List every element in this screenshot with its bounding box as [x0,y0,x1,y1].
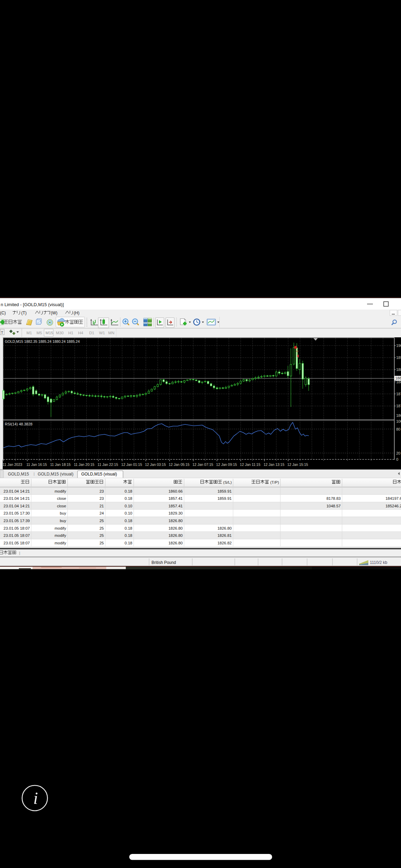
svg-text:0.18: 0.18 [125,541,132,545]
svg-text:23: 23 [99,496,104,501]
svg-text:11 Jan 22:15: 11 Jan 22:15 [98,462,118,467]
svg-text:100: 100 [396,419,401,423]
svg-text:0.18: 0.18 [125,533,132,538]
svg-text:25: 25 [99,519,104,523]
svg-text:modify: modify [54,526,66,530]
svg-text:1885: 1885 [395,376,401,380]
svg-text:n Limited - [GOLD,M15 (visual): n Limited - [GOLD,M15 (visual)] [1,302,64,307]
svg-text:M15: M15 [46,331,53,335]
svg-text:12 Jan 15:15: 12 Jan 15:15 [287,462,308,467]
svg-text:M30: M30 [56,331,63,335]
svg-text:1859.91: 1859.91 [217,489,232,493]
svg-text:23.01.05 17:30: 23.01.05 17:30 [3,511,30,515]
svg-text:8178.83: 8178.83 [326,496,341,501]
svg-text:0.18: 0.18 [125,496,132,501]
svg-text:modify: modify [54,541,66,545]
svg-text:23.01.05 17:39: 23.01.05 17:39 [3,519,30,523]
svg-text:23.01.05 18:07: 23.01.05 18:07 [3,541,30,545]
svg-text:23: 23 [99,489,104,493]
svg-text:12 Jan 03:15: 12 Jan 03:15 [145,462,166,467]
svg-text:11 Jan 18:15: 11 Jan 18:15 [50,462,71,467]
svg-text:1857.41: 1857.41 [168,496,183,501]
svg-text:1826.80: 1826.80 [168,541,183,545]
svg-text:(H): (H) [74,311,80,315]
svg-text:12 Jan 05:15: 12 Jan 05:15 [169,462,190,467]
svg-text:MN: MN [108,331,114,335]
svg-text:|: | [34,472,35,476]
svg-text:188: 188 [396,367,401,372]
svg-text:close: close [57,496,66,501]
svg-text:1110/2 kb: 1110/2 kb [370,560,387,565]
svg-text:H1: H1 [68,331,73,335]
svg-text:M1: M1 [26,331,32,335]
svg-text:(W): (W) [51,311,58,315]
svg-text:0: 0 [396,457,398,461]
svg-text:0.18: 0.18 [125,526,132,530]
svg-text:0.18: 0.18 [125,489,132,493]
svg-text:23.01.04 14:21: 23.01.04 14:21 [3,489,30,493]
svg-text:buy: buy [60,519,66,523]
svg-text:1048.57: 1048.57 [326,504,341,508]
svg-text:1857.41: 1857.41 [168,504,183,508]
svg-text:1826.81: 1826.81 [217,533,232,538]
svg-text:0.10: 0.10 [125,511,132,515]
svg-text:W1: W1 [99,331,105,335]
svg-text:0.18: 0.18 [125,519,132,523]
svg-text:(C): (C) [0,311,6,315]
svg-text:close: close [57,504,66,508]
svg-text:12 Jan 01:15: 12 Jan 01:15 [121,462,142,467]
svg-text:M5: M5 [37,331,42,335]
svg-text:187: 187 [396,392,401,396]
svg-text:1826.80: 1826.80 [168,533,183,538]
svg-text:23.01.04 14:21: 23.01.04 14:21 [3,496,30,501]
svg-text:1859.91: 1859.91 [217,496,232,501]
svg-text:1826.80: 1826.80 [217,526,232,530]
svg-text:23.01.04 14:21: 23.01.04 14:21 [3,504,30,508]
svg-text:1826.80: 1826.80 [168,519,183,523]
svg-text:1826.80: 1826.80 [168,526,183,530]
svg-text:1829.30: 1829.30 [168,511,183,515]
svg-text:21: 21 [99,504,104,508]
svg-text:modify: modify [54,533,66,538]
svg-text:25: 25 [99,526,104,530]
svg-text:11 Jan 20:15: 11 Jan 20:15 [74,462,94,467]
svg-text:12 Jan 13:15: 12 Jan 13:15 [264,462,284,467]
svg-text:(T): (T) [21,311,27,315]
svg-text:190: 190 [396,343,401,348]
svg-text:D1: D1 [89,331,94,335]
svg-text:modify: modify [54,489,66,493]
svg-text:185246.21: 185246.21 [386,504,401,508]
svg-text:(S/L): (S/L) [223,480,232,484]
svg-text:GOLD,M15 (visual): GOLD,M15 (visual) [81,472,117,477]
svg-text:12 Jan 09:15: 12 Jan 09:15 [216,462,237,467]
svg-text:|: | [19,551,20,555]
svg-text:1826.82: 1826.82 [217,541,232,545]
svg-text:80: 80 [396,427,400,431]
svg-text:British Pound: British Pound [151,560,176,565]
svg-text:25: 25 [99,541,104,545]
svg-text:T: T [1,330,3,335]
svg-text:24: 24 [99,511,104,515]
svg-text:1860.66: 1860.66 [168,489,183,493]
svg-text:buy: buy [60,511,66,515]
svg-text:12 Jan 07:15: 12 Jan 07:15 [192,462,213,467]
svg-text:GOLD,M15 (visual): GOLD,M15 (visual) [38,472,73,477]
svg-text:187: 187 [396,404,401,408]
svg-text:(T/P): (T/P) [270,480,279,484]
svg-text:11 Jan 16:15: 11 Jan 16:15 [26,462,47,467]
svg-text:H4: H4 [78,331,83,335]
svg-text:184197.64: 184197.64 [386,496,401,501]
svg-text:11 Jan 2023: 11 Jan 2023 [3,462,22,467]
svg-text:23.01.05 18:07: 23.01.05 18:07 [3,533,30,538]
svg-text:12 Jan 11:15: 12 Jan 11:15 [240,462,260,467]
svg-text:189: 189 [396,355,401,360]
svg-text:20: 20 [396,451,400,455]
svg-text:i: i [33,788,38,808]
svg-text:23.01.05 18:07: 23.01.05 18:07 [3,526,30,530]
svg-text:RSI(14) 48.3828: RSI(14) 48.3828 [5,422,33,426]
svg-text:GOLD,M15: GOLD,M15 [8,472,29,477]
svg-text:186: 186 [396,413,401,418]
svg-text:0.10: 0.10 [125,504,132,508]
svg-text:25: 25 [99,533,104,538]
svg-text:GOLD,M15 1882.35 1885.24 1880: GOLD,M15 1882.35 1885.24 1880.24 1885.24 [5,339,80,343]
